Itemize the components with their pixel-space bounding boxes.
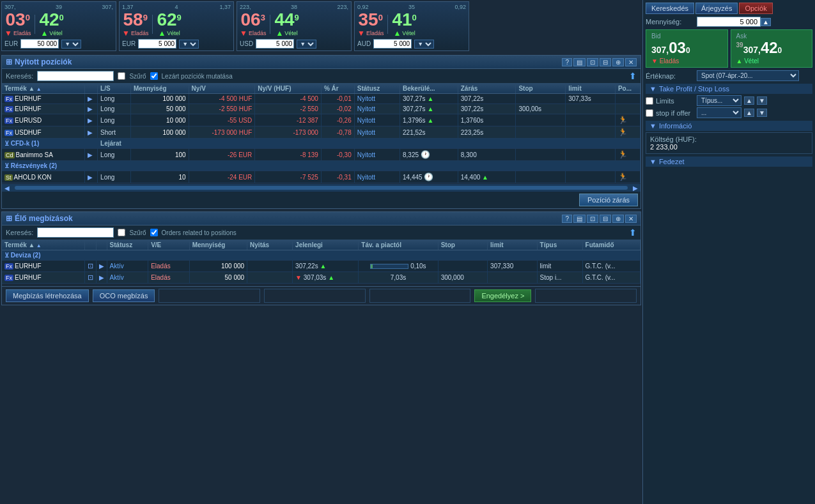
ocell-icon1[interactable]: ⊡ [84,261,96,272]
ocol-tipus[interactable]: Típus [537,240,582,250]
ticker4-buy-label[interactable]: Vétel [402,30,415,36]
col-nyv[interactable]: Ny/V [189,84,255,94]
ticker1-amount-input[interactable] [20,39,59,49]
ask-buy-label[interactable]: Vétel [744,57,759,65]
cell-expand[interactable]: ▶ [85,94,98,104]
ocol-qty[interactable]: Mennyiség [189,240,247,250]
qty-spin-up[interactable]: ▲ [761,18,771,26]
col-ls[interactable]: L/S [98,84,131,94]
cell-pos[interactable]: 🏃 [615,114,640,126]
qty-input[interactable] [697,17,761,27]
ticker1-buy-label[interactable]: Vétel [49,30,63,36]
orders-related-checkbox[interactable] [150,229,158,236]
ocell-icon2[interactable]: ⊡ [84,272,96,284]
ticker4-currency-select[interactable]: ▼ [414,40,434,49]
cell-group-name[interactable]: ⊻ CFD-k (1) [2,139,98,149]
ocol-stop[interactable]: Stop [438,240,487,250]
ticker3-buy-label[interactable]: Vétel [284,30,298,36]
stop-if-offer-checkbox[interactable] [646,109,653,117]
tab-kereskedés[interactable]: Kereskedés [646,3,694,14]
fedezet-section-header[interactable]: ▼ Fedezet [646,157,812,167]
ocol-nyitas[interactable]: Nyitás [247,240,293,250]
ticker4-sell-label[interactable]: Eladás [366,30,384,36]
close-position-button[interactable]: Pozíció zárás [579,194,638,206]
create-order-button[interactable]: Megbízás létrehozása [6,289,89,302]
orders-scroll-up[interactable]: ⬆ [629,227,637,238]
cell-group-name-stocks[interactable]: ⊻ Részvények (2) [2,161,640,171]
stop-spin-down[interactable]: ▼ [757,109,767,117]
col-pct[interactable]: % Ár [321,84,354,94]
ticker3-sell-label[interactable]: Eladás [249,30,267,36]
ticker3-amount-input[interactable] [256,39,294,49]
orders-panel-btn-5[interactable]: ⊕ [612,215,624,223]
orders-panel-btn-2[interactable]: ▤ [573,215,586,223]
positions-closed-checkbox[interactable] [150,72,158,80]
col-zaras[interactable]: Zárás [458,84,516,94]
ticker2-amount-input[interactable] [138,39,176,49]
cell-orders-group[interactable]: ⊻ Deviza (2) [2,250,640,261]
ocol-status[interactable]: Státusz [107,240,148,250]
orders-search-input[interactable] [37,227,114,238]
cell-expand[interactable]: ▶ [85,171,98,183]
col-pos[interactable]: Po... [615,84,640,94]
panel-close[interactable]: ✕ [625,58,637,66]
orders-panel-btn-4[interactable]: ⊟ [600,215,611,223]
ocol-ve[interactable]: V/E [148,240,190,250]
stop-if-offer-select[interactable]: ... [697,107,741,118]
ticker2-currency-select[interactable]: ▼ [179,40,199,49]
cell-expand[interactable]: ▶ [85,114,98,126]
positions-filter-checkbox[interactable] [118,72,125,80]
limits-spin-down[interactable]: ▼ [757,96,767,105]
cell-pos[interactable]: 🏃 [615,171,640,183]
col-qty[interactable]: Mennyiség [130,84,189,94]
ocol-futamido[interactable]: Futamidő [582,240,640,250]
hscroll-left[interactable]: ◀ [2,185,12,192]
panel-btn-3[interactable]: ⊡ [587,58,598,66]
cell-pos[interactable]: 🏃 [615,149,640,161]
limits-checkbox[interactable] [646,97,653,105]
col-stop[interactable]: Stop [516,84,566,94]
take-profit-section[interactable]: ▼ Take Profit / Stop Loss [646,84,812,94]
limits-spin-up[interactable]: ▲ [744,96,754,105]
panel-btn-4[interactable]: ⊟ [600,58,611,66]
ticker2-buy-label[interactable]: Vétel [167,30,180,36]
ocol-product[interactable]: Termék ▲ [2,240,84,250]
col-limit[interactable]: limit [566,84,616,94]
ocell-expand2[interactable]: ▶ [96,272,107,284]
erteknap-select[interactable]: Spot (07-ápr.-20... [697,70,799,81]
ocol-tav[interactable]: Táv. a piactól [359,240,438,250]
col-product[interactable]: Termék ▲ [2,84,85,94]
tab-árjegyzés[interactable]: Árjegyzés [695,3,738,14]
orders-filter-checkbox[interactable] [118,229,125,236]
ticker3-currency-select[interactable]: ▼ [297,40,316,49]
ticker1-currency-select[interactable]: ▼ [61,40,81,49]
oco-order-button[interactable]: OCO megbízás [93,289,155,302]
col-status[interactable]: Státusz [354,84,400,94]
positions-scroll-up[interactable]: ⬆ [629,71,637,81]
orders-panel-btn-1[interactable]: ? [562,215,572,223]
orders-panel-btn-3[interactable]: ⊡ [587,215,598,223]
col-nyv-huf[interactable]: Ny/V (HUF) [255,84,322,94]
tab-opciók[interactable]: Opciók [739,3,772,14]
cell-expand[interactable]: ▶ [85,104,98,114]
cell-expand[interactable]: ▶ [85,149,98,161]
ticker1-sell-label[interactable]: Eladás [13,30,31,36]
ticker4-amount-input[interactable] [373,39,412,49]
info-section-header[interactable]: ▼ Információ [646,121,812,131]
panel-btn-1[interactable]: ? [562,58,572,66]
bid-sell-label[interactable]: Eladás [660,57,679,65]
col-beker[interactable]: Bekerülé... [400,84,458,94]
panel-btn-2[interactable]: ▤ [573,58,586,66]
ocol-limit[interactable]: limit [488,240,537,250]
approve-button[interactable]: Engedélyez > [474,289,531,302]
cell-pos[interactable]: 🏃 [615,126,640,139]
ask-buy-btn[interactable]: ▲ Vétel [736,57,807,65]
ocol-jelenlegi[interactable]: Jelenlegi [293,240,359,250]
ticker2-sell-label[interactable]: Eladás [131,30,149,36]
positions-search-input[interactable] [37,71,114,81]
limits-type-select[interactable]: Típus... [697,95,741,106]
panel-btn-5[interactable]: ⊕ [612,58,624,66]
cell-expand[interactable]: ▶ [85,126,98,139]
stop-spin-up[interactable]: ▲ [744,109,754,117]
bid-sell-btn[interactable]: ▼ Eladás [651,57,722,65]
